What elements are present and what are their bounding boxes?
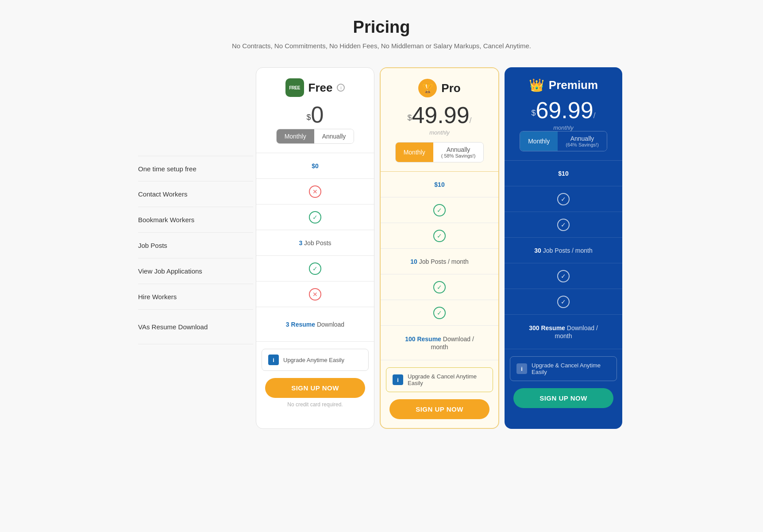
free-info-icon[interactable]: i — [337, 84, 345, 92]
free-contact-x: ✕ — [309, 185, 321, 198]
premium-upgrade-box: i Upgrade & Cancel Anytime Easily — [510, 356, 617, 381]
pro-hire-check: ✓ — [433, 307, 446, 319]
pro-hire-workers: ✓ — [381, 300, 498, 326]
premium-signup-button[interactable]: SIGN UP NOW — [513, 388, 613, 408]
plans-wrapper: FREE Free i $0 Monthly Annually $0 — [253, 67, 625, 429]
plan-pro: 🏆 Pro $49.99/ monthly Monthly Annually (… — [380, 67, 499, 429]
premium-name-row: 👑 Premium — [513, 78, 613, 93]
page-subtitle: No Contracts, No Commitments, No Hidden … — [138, 42, 625, 50]
free-upgrade-box: i Upgrade Anytime Easily — [262, 349, 369, 371]
pro-toggle-monthly[interactable]: Monthly — [396, 143, 433, 162]
free-contact: ✕ — [256, 179, 374, 204]
free-bookmark-check: ✓ — [309, 211, 321, 224]
pro-job-posts: 10 Job Posts / month — [381, 249, 498, 274]
pro-price-period: monthly — [389, 129, 489, 136]
premium-contact-check: ✓ — [557, 193, 570, 205]
pro-cta-wrapper: SIGN UP NOW — [381, 392, 498, 428]
premium-toggle-monthly[interactable]: Monthly — [520, 131, 558, 151]
free-hire-x: ✕ — [309, 288, 321, 301]
premium-cta-wrapper: SIGN UP NOW — [505, 381, 622, 417]
feature-resume: VAs Resume Download — [138, 310, 253, 344]
premium-hire-check: ✓ — [557, 296, 570, 308]
pro-apps-check: ✓ — [433, 281, 446, 293]
premium-setup-fee: $10 — [505, 161, 622, 186]
premium-toggle-annually[interactable]: Annually (64% Savings!) — [558, 131, 607, 151]
pro-name-row: 🏆 Pro — [389, 79, 489, 97]
pro-contact-check: ✓ — [433, 204, 446, 216]
pro-upgrade-icon: i — [393, 374, 403, 385]
pro-upgrade-box: i Upgrade & Cancel Anytime Easily — [386, 367, 493, 392]
free-plan-name: Free — [308, 81, 333, 95]
free-bookmark: ✓ — [256, 204, 374, 230]
premium-bookmark: ✓ — [505, 212, 622, 238]
page-title: Pricing — [138, 18, 625, 37]
pro-toggle-annually[interactable]: Annually ( 58% Savings!) — [433, 143, 484, 162]
feature-bookmark: Bookmark Workers — [138, 207, 253, 233]
feature-view-applications: View Job Applications — [138, 258, 253, 284]
premium-apps-check: ✓ — [557, 270, 570, 282]
pro-icon: 🏆 — [418, 79, 437, 97]
pro-plan-name: Pro — [441, 81, 460, 95]
feature-setup: One time setup free — [138, 156, 253, 181]
premium-price-amount: 69.99 — [536, 97, 593, 123]
features-column: One time setup free Contact Workers Book… — [138, 67, 253, 344]
premium-plan-header: 👑 Premium $69.99/ monthly Monthly Annual… — [505, 67, 622, 161]
free-apps-check: ✓ — [309, 262, 321, 275]
pricing-container: One time setup free Contact Workers Book… — [138, 67, 625, 429]
free-signup-button[interactable]: SIGN UP NOW — [265, 378, 365, 398]
free-toggle-annually[interactable]: Annually — [314, 129, 354, 143]
premium-plan-name: Premium — [549, 78, 598, 92]
free-price-amount: 0 — [311, 102, 324, 127]
free-plan-header: FREE Free i $0 Monthly Annually — [256, 68, 374, 153]
free-toggle-group: Monthly Annually — [276, 129, 355, 144]
premium-price: $69.99/ — [513, 99, 613, 122]
premium-bookmark-check: ✓ — [557, 219, 570, 231]
free-icon: FREE — [285, 78, 304, 97]
free-job-posts: 3 Job Posts — [256, 230, 374, 256]
pro-bookmark: ✓ — [381, 223, 498, 249]
plan-premium: 👑 Premium $69.99/ monthly Monthly Annual… — [505, 67, 622, 429]
pro-view-applications: ✓ — [381, 274, 498, 300]
free-no-cc: No credit card required. — [265, 401, 365, 408]
premium-view-applications: ✓ — [505, 263, 622, 289]
pro-contact: ✓ — [381, 197, 498, 223]
pro-bookmark-check: ✓ — [433, 230, 446, 242]
free-toggle-monthly[interactable]: Monthly — [277, 129, 314, 143]
premium-contact: ✓ — [505, 186, 622, 212]
premium-price-period: monthly — [513, 124, 613, 131]
pro-plan-header: 🏆 Pro $49.99/ monthly Monthly Annually (… — [381, 68, 498, 172]
premium-icon: 👑 — [529, 78, 544, 93]
premium-job-posts: 30 Job Posts / month — [505, 238, 622, 263]
free-hire-workers: ✕ — [256, 281, 374, 307]
pricing-page: Pricing No Contracts, No Commitments, No… — [138, 18, 625, 429]
pro-toggle-group: Monthly Annually ( 58% Savings!) — [395, 142, 484, 162]
pro-signup-button[interactable]: SIGN UP NOW — [389, 399, 489, 419]
free-view-applications: ✓ — [256, 256, 374, 281]
premium-toggle-group: Monthly Annually (64% Savings!) — [520, 131, 607, 151]
feature-contact: Contact Workers — [138, 181, 253, 207]
free-setup-fee: $0 — [256, 153, 374, 179]
feature-job-posts: Job Posts — [138, 233, 253, 258]
free-cta-wrapper: SIGN UP NOW No credit card required. — [256, 371, 374, 416]
pro-price: $49.99/ — [389, 104, 489, 127]
free-price: $0 — [265, 103, 365, 126]
premium-hire-workers: ✓ — [505, 289, 622, 315]
pro-price-amount: 49.99 — [412, 102, 469, 128]
free-name-row: FREE Free i — [265, 78, 365, 97]
pro-resume: 100 Resume Download / month — [381, 326, 498, 360]
premium-upgrade-icon: i — [516, 363, 527, 374]
free-upgrade-icon: i — [268, 355, 279, 365]
pro-setup-fee: $10 — [381, 172, 498, 197]
plan-free: FREE Free i $0 Monthly Annually $0 — [256, 67, 374, 429]
feature-hire-workers: Hire Workers — [138, 284, 253, 310]
premium-resume: 300 Resume Download / month — [505, 315, 622, 349]
free-resume: 3 Resume Download — [256, 307, 374, 342]
